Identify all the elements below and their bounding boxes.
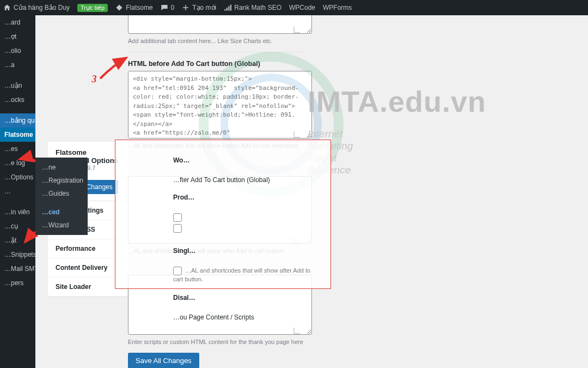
bars-icon [224,4,231,11]
save-all-button-bottom[interactable]: Save All Changes [128,353,199,368]
submenu-item[interactable] [35,200,88,206]
adminbar-wpcode[interactable]: WPCode [289,4,315,11]
adminbar-site[interactable]: Cửa hàng Bảo Duy [3,4,70,11]
submenu-item[interactable]: …Guides [35,187,88,200]
sidebar-title-1: Flatsome [56,148,120,156]
submenu-item[interactable]: …ced [35,206,88,219]
submenu-item[interactable]: …ne [35,161,88,174]
adminbar-wpforms[interactable]: WPForms [323,4,352,11]
adminmenu-item[interactable]: …in viên [0,205,35,219]
submenu-item[interactable]: …Registration [35,174,88,187]
adminmenu-item[interactable]: …ard [0,15,35,29]
tab-content-help: Add additional tab content here... Like … [128,38,373,44]
adminmenu-item[interactable]: …bảng quản trị [0,113,35,128]
settings-nav-item[interactable]: Site Loader [48,277,127,297]
thankyou-help: Enter scripts or custom HTML content for… [128,339,373,345]
admin-bar: Cửa hàng Bảo Duy Trực tiếp Flatsome 0 Tạ… [0,0,588,15]
adminmenu-item[interactable]: …olio [0,44,35,58]
admin-menu: …ard…ợt…olio…a…uận…ocks…bảng quản trịFla… [0,15,35,368]
adminbar-live-badge: Trực tiếp [77,4,108,12]
after-cart-textarea[interactable] [128,176,312,244]
before-cart-label: HTML before Add To Cart button (Global) [128,60,373,68]
adminmenu-item[interactable]: … [0,184,35,198]
plus-icon [182,4,189,11]
settings-nav-item[interactable]: Performance [48,239,127,258]
adminmenu-item[interactable]: …pers [0,276,35,290]
flatsome-submenu: …ne…Registration…Guides…ced…Wizard [35,158,88,235]
thankyou-textarea[interactable] [128,275,312,335]
adminmenu-item[interactable] [0,72,35,79]
adminmenu-item[interactable]: …a [0,58,35,72]
adminbar-comments[interactable]: 0 [161,4,175,11]
adminmenu-item[interactable]: …Mail SMTP [0,262,35,276]
adminbar-new[interactable]: Tạo mới [182,4,216,11]
adminmenu-item[interactable] [0,198,35,205]
arrow-3 [97,55,130,83]
settings-nav-item[interactable]: Content Delivery [48,258,127,277]
home-icon [3,4,11,11]
adminbar-rankmath[interactable]: Rank Math SEO [224,4,281,11]
adminbar-theme[interactable]: Flatsome [115,4,152,11]
badge-3: 3 [88,73,100,85]
adminmenu-item[interactable]: …Snippets [0,248,35,262]
submenu-item[interactable]: …Wizard [35,219,88,232]
adminmenu-item[interactable]: Flatsome [0,128,35,142]
after-cart-help: …AL and shortcodes that will show after … [128,248,373,254]
form-column: Add additional tab content here... Like … [128,15,373,368]
before-cart-textarea[interactable] [128,71,312,138]
adminmenu-item[interactable]: …ocks [0,93,35,107]
diamond-icon [115,4,123,11]
adminmenu-item[interactable]: …ợt [0,29,35,44]
before-cart-help: …AL and shortcodes that will show before… [128,142,373,149]
comment-icon [161,4,168,11]
adminmenu-item[interactable]: …uận [0,79,35,93]
adminmenu-item[interactable] [0,107,35,113]
